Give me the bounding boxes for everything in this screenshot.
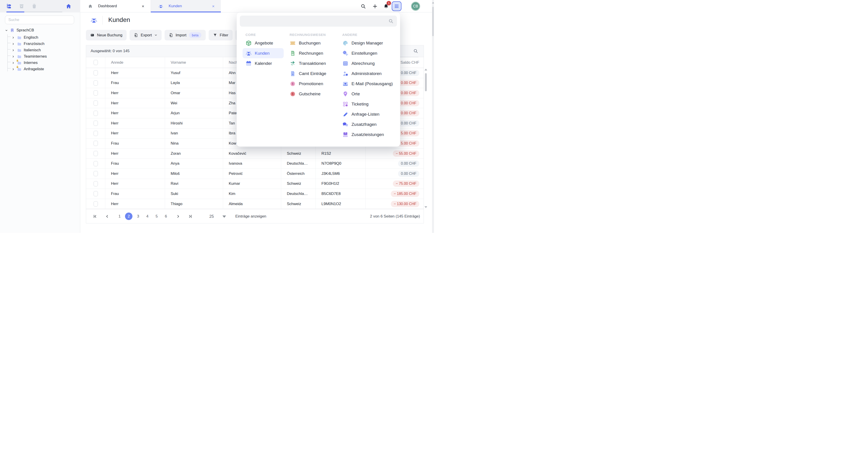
header-cell-anrede[interactable]: Anrede <box>105 57 165 68</box>
menu-item-design-manager[interactable]: Design Manager <box>339 38 399 48</box>
tree-guide-line <box>7 34 8 71</box>
menu-item-anfrage-listen[interactable]: Anfrage-Listen <box>339 109 399 119</box>
avatar[interactable]: CB <box>411 2 420 11</box>
page-scroll-up-icon[interactable] <box>432 2 434 3</box>
row-checkbox[interactable] <box>94 70 98 75</box>
first-page-icon[interactable] <box>93 214 97 219</box>
row-checkbox[interactable] <box>94 201 98 206</box>
page-scrollbar-thumb[interactable] <box>432 7 434 36</box>
menu-item-zusatzleistungen[interactable]: Zusatzleistungen <box>339 129 399 140</box>
tree-item-englisch[interactable]: Englisch <box>12 34 38 41</box>
menu-column: BuchungenRechnungenTransaktionen‹›Camt E… <box>287 38 338 99</box>
page-size-value[interactable]: 25 <box>209 214 214 219</box>
menu-item-camt-eintr-ge[interactable]: ‹›Camt Einträge <box>287 68 338 78</box>
table-row[interactable]: HerrMilošPetrovićÖsterreichJ3K4L5M60.00 … <box>86 169 424 179</box>
row-checkbox[interactable] <box>94 141 98 146</box>
page-number-6[interactable]: 6 <box>162 214 170 219</box>
table-row[interactable]: HerrZoranKovačevićSchweizR1S2− 55.00 CHF <box>86 148 424 159</box>
menu-item-einstellungen[interactable]: Einstellungen <box>339 48 399 58</box>
row-checkbox[interactable] <box>94 181 98 186</box>
cell-vorname: Arjun <box>165 108 223 118</box>
prev-page-icon[interactable] <box>105 214 109 219</box>
tree-item-italienisch[interactable]: Italienisch <box>12 47 41 53</box>
chevron-down-icon[interactable] <box>5 29 8 32</box>
scroll-up-icon[interactable] <box>425 69 427 70</box>
pagination-summary: 2 von 6 Seiten (145 Einträge) <box>370 214 420 219</box>
table-row[interactable]: FrauSukiKimDeutschla…B5C6D7E8− 185.00 CH… <box>86 189 424 199</box>
chevron-right-icon[interactable] <box>12 42 15 45</box>
row-checkbox[interactable] <box>94 80 98 86</box>
export-button[interactable]: Export <box>129 30 161 40</box>
menu-item-kunden[interactable]: Kunden <box>243 48 284 58</box>
tree-item-französisch[interactable]: Französisch <box>12 41 44 47</box>
table-scrollbar-thumb[interactable] <box>425 73 427 91</box>
trash-icon[interactable] <box>31 3 37 9</box>
filter-button[interactable]: Filter <box>209 30 232 40</box>
menu-item-abrechnung[interactable]: Abrechnung <box>339 58 399 68</box>
menu-item-administratoren[interactable]: Administratoren <box>339 68 399 78</box>
menu-item-gutscheine[interactable]: $Gutscheine <box>287 89 338 99</box>
archive-icon[interactable] <box>19 3 25 9</box>
apps-grid-button[interactable] <box>392 1 401 11</box>
page-number-3[interactable]: 3 <box>134 214 142 219</box>
page-number-4[interactable]: 4 <box>144 214 151 219</box>
close-icon[interactable]: × <box>212 4 215 8</box>
apps-menu-search-input[interactable] <box>240 15 397 27</box>
table-scrollbar[interactable] <box>425 68 427 208</box>
menu-item-kalender[interactable]: Kalender <box>243 58 284 68</box>
header-cell-vorname[interactable]: Vorname <box>165 57 223 68</box>
last-page-icon[interactable] <box>188 214 192 219</box>
sidebar-search-input[interactable] <box>5 15 74 24</box>
tree-item-internes[interactable]: Internes <box>12 60 37 66</box>
menu-item-zusatzfragen[interactable]: Zusatzfragen <box>339 119 399 129</box>
tree-item-anfrageliste[interactable]: Anfrageliste <box>12 66 44 72</box>
chevron-right-icon[interactable] <box>12 55 15 58</box>
row-checkbox[interactable] <box>94 191 98 196</box>
sidebar-tool-indicator-track <box>24 11 62 12</box>
tree-view-icon[interactable] <box>6 3 12 9</box>
row-checkbox[interactable] <box>94 151 98 156</box>
menu-item-promotionen[interactable]: $Promotionen <box>287 78 338 89</box>
home-icon[interactable] <box>66 3 72 9</box>
row-checkbox[interactable] <box>94 171 98 176</box>
apps-menu: COREAngeboteKundenKalenderRECHNUNGSWESEN… <box>237 12 400 146</box>
menu-item-buchungen[interactable]: Buchungen <box>287 38 338 48</box>
tree-item-teaminternes[interactable]: Teaminternes <box>12 53 47 60</box>
table-search-icon[interactable] <box>413 48 418 54</box>
menu-item-e-mail-postausgang-[interactable]: E-Mail (Postausgang) <box>339 78 399 89</box>
chevron-right-icon[interactable] <box>12 61 15 64</box>
tree-root[interactable]: SprachCB <box>5 27 34 33</box>
table-row[interactable]: HerrThiagoAlmeidaSchweizL9M0N1O2− 130.00… <box>86 199 424 209</box>
row-checkbox[interactable] <box>94 121 98 126</box>
page-size-caret-icon[interactable] <box>222 215 226 218</box>
tab-kunden[interactable]: Kunden× <box>151 0 221 12</box>
menu-item-ticketing[interactable]: Ticketing <box>339 99 399 109</box>
row-checkbox[interactable] <box>94 90 98 96</box>
row-checkbox[interactable] <box>94 101 98 106</box>
menu-item-rechnungen[interactable]: Rechnungen <box>287 48 338 58</box>
chevron-right-icon[interactable] <box>12 49 15 52</box>
page-number-2[interactable]: 2 <box>125 212 132 220</box>
page-number-5[interactable]: 5 <box>153 214 160 219</box>
tab-dashboard[interactable]: Dashboard× <box>80 0 151 12</box>
close-icon[interactable]: × <box>142 4 144 8</box>
row-checkbox[interactable] <box>94 131 98 136</box>
row-checkbox[interactable] <box>94 161 98 166</box>
next-page-icon[interactable] <box>176 214 180 219</box>
table-row[interactable]: HerrRaviKumarSchweizF9G0H1I2− 75.00 CHF <box>86 179 424 189</box>
plus-icon[interactable] <box>372 4 378 9</box>
menu-item-angebote[interactable]: Angebote <box>243 38 284 48</box>
chevron-right-icon[interactable] <box>12 36 15 39</box>
menu-item-transaktionen[interactable]: Transaktionen <box>287 58 338 68</box>
chevron-right-icon[interactable] <box>12 68 15 71</box>
search-icon[interactable] <box>361 4 366 9</box>
table-row[interactable]: FrauAnyaIvanovaDeutschla…N7O8P9Q00.00 CH… <box>86 159 424 169</box>
neue-buchung-button[interactable]: Neue Buchung <box>86 30 127 40</box>
scroll-down-icon[interactable] <box>425 206 427 208</box>
row-checkbox[interactable] <box>94 111 98 116</box>
select-all-checkbox[interactable] <box>94 60 98 65</box>
import-button[interactable]: Importbeta <box>164 30 206 40</box>
page-scrollbar[interactable] <box>432 0 434 233</box>
menu-item-orte[interactable]: Orte <box>339 89 399 99</box>
page-number-1[interactable]: 1 <box>116 214 123 219</box>
